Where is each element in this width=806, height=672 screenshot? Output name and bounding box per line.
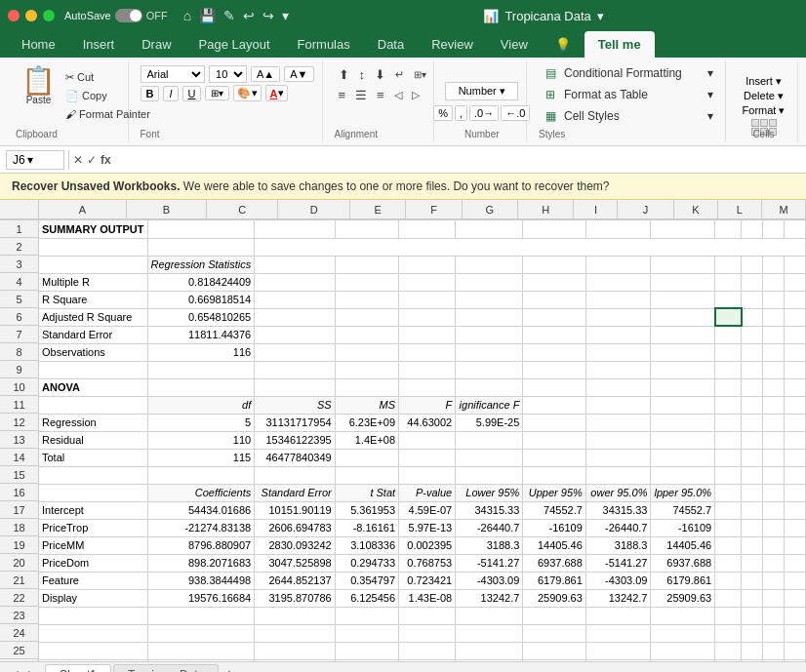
cell-j4[interactable]: [715, 273, 742, 291]
cell-h20[interactable]: -5141.27: [585, 554, 651, 572]
cell-a23[interactable]: [39, 607, 147, 624]
cell-a16[interactable]: [39, 484, 147, 501]
cf-dropdown[interactable]: ▾: [707, 66, 713, 80]
cell-l15[interactable]: [763, 466, 785, 484]
row-15[interactable]: 15: [0, 466, 39, 484]
row-21[interactable]: 21: [0, 572, 39, 589]
cell-b3[interactable]: Regression Statistics: [147, 256, 255, 273]
cell-b12[interactable]: 5: [147, 414, 255, 431]
add-sheet-button[interactable]: +: [221, 666, 237, 673]
cell-i11[interactable]: [651, 396, 715, 414]
cell-f17[interactable]: 34315.33: [456, 501, 523, 519]
cell-k9[interactable]: [742, 361, 763, 378]
col-header-a[interactable]: A: [39, 200, 127, 219]
cell-g21[interactable]: 6179.861: [523, 572, 585, 589]
close-button[interactable]: [8, 10, 20, 21]
cell-k20[interactable]: [742, 554, 763, 572]
cell-j3[interactable]: [715, 256, 742, 273]
cell-i3[interactable]: [651, 256, 715, 273]
cell-d6[interactable]: [335, 308, 398, 326]
cell-g5[interactable]: [523, 291, 585, 308]
cell-g16[interactable]: Upper 95%: [523, 484, 585, 501]
cell-b13[interactable]: 110: [147, 431, 255, 449]
cell-a12[interactable]: Regression: [39, 414, 147, 431]
sheet-nav-right[interactable]: ▶: [24, 667, 43, 673]
cell-f7[interactable]: [456, 326, 523, 343]
font-color-button[interactable]: A▾: [265, 85, 288, 101]
cell-ref-dropdown[interactable]: ▾: [27, 153, 33, 167]
cell-m3[interactable]: [785, 256, 806, 273]
cell-l8[interactable]: [763, 343, 785, 361]
font-shrink-button[interactable]: A▼: [284, 66, 313, 82]
cell-a19[interactable]: PriceMM: [39, 536, 147, 554]
cell-c1[interactable]: [255, 220, 335, 238]
cell-h21[interactable]: -4303.09: [585, 572, 651, 589]
align-center-button[interactable]: ☰: [351, 86, 371, 104]
cell-e12[interactable]: 44.63002: [399, 414, 456, 431]
cell-k4[interactable]: [742, 273, 763, 291]
cell-e22[interactable]: 1.43E-08: [399, 589, 456, 607]
row-22[interactable]: 22: [0, 589, 39, 607]
cell-h11[interactable]: [585, 396, 651, 414]
cell-h19[interactable]: 3188.3: [585, 536, 651, 554]
autosave-toggle[interactable]: [115, 9, 142, 22]
cell-k11[interactable]: [742, 396, 763, 414]
cell-j5[interactable]: [715, 291, 742, 308]
cell-k21[interactable]: [742, 572, 763, 589]
cell-i22[interactable]: 25909.63: [651, 589, 715, 607]
cell-c4[interactable]: [255, 273, 335, 291]
cell-f15[interactable]: [456, 466, 523, 484]
cell-h3[interactable]: [585, 256, 651, 273]
cell-a1[interactable]: SUMMARY OUTPUT: [39, 220, 147, 238]
cell-e18[interactable]: 5.97E-13: [399, 519, 456, 536]
cell-j22[interactable]: [715, 589, 742, 607]
row-24[interactable]: 24: [0, 624, 39, 642]
cell-c3[interactable]: [255, 256, 335, 273]
cell-m17[interactable]: [785, 501, 806, 519]
cell-l19[interactable]: [763, 536, 785, 554]
cell-b22[interactable]: 19576.16684: [147, 589, 255, 607]
cell-l11[interactable]: [763, 396, 785, 414]
cell-a5[interactable]: R Square: [39, 291, 147, 308]
cell-m9[interactable]: [785, 361, 806, 378]
row-18[interactable]: 18: [0, 519, 39, 536]
border-button[interactable]: ⊞▾: [205, 86, 229, 100]
cell-k10[interactable]: [742, 378, 763, 396]
cell-l21[interactable]: [763, 572, 785, 589]
cell-d20[interactable]: 0.294733: [335, 554, 398, 572]
cell-a22[interactable]: Display: [39, 589, 147, 607]
cell-i17[interactable]: 74552.7: [651, 501, 715, 519]
cell-a3[interactable]: [39, 256, 147, 273]
cell-a15[interactable]: [39, 466, 147, 484]
cell-h18[interactable]: -26440.7: [585, 519, 651, 536]
cell-f11[interactable]: ignificance F: [456, 396, 523, 414]
cell-g9[interactable]: [523, 361, 585, 378]
col-header-j[interactable]: J: [618, 200, 673, 219]
insert-cells-button[interactable]: Insert ▾: [746, 75, 782, 88]
cell-g17[interactable]: 74552.7: [523, 501, 585, 519]
cell-g10[interactable]: [523, 378, 585, 396]
cell-b14[interactable]: 115: [147, 449, 255, 466]
col-header-l[interactable]: L: [718, 200, 762, 219]
col-header-m[interactable]: M: [762, 200, 806, 219]
home-icon[interactable]: ⌂: [183, 8, 191, 23]
cell-i12[interactable]: [651, 414, 715, 431]
row-13[interactable]: 13: [0, 431, 39, 449]
cell-g15[interactable]: [523, 466, 585, 484]
cell-f20[interactable]: -5141.27: [456, 554, 523, 572]
row-25[interactable]: 25: [0, 642, 39, 659]
insert-function-icon[interactable]: fx: [101, 153, 111, 167]
cell-m7[interactable]: [785, 326, 806, 343]
row-2[interactable]: 2: [0, 238, 39, 256]
cell-k14[interactable]: [742, 449, 763, 466]
cell-a21[interactable]: Feature: [39, 572, 147, 589]
cell-styles-button[interactable]: ▦ Cell Styles ▾: [539, 106, 717, 126]
cancel-formula-icon[interactable]: ✕: [73, 153, 83, 167]
cell-i4[interactable]: [651, 273, 715, 291]
wrap-text-button[interactable]: ↵: [391, 65, 408, 84]
font-size-select[interactable]: 10: [209, 65, 247, 83]
cell-i21[interactable]: 6179.861: [651, 572, 715, 589]
cell-a2[interactable]: [39, 238, 147, 256]
cell-g13[interactable]: [523, 431, 585, 449]
cell-l5[interactable]: [763, 291, 785, 308]
